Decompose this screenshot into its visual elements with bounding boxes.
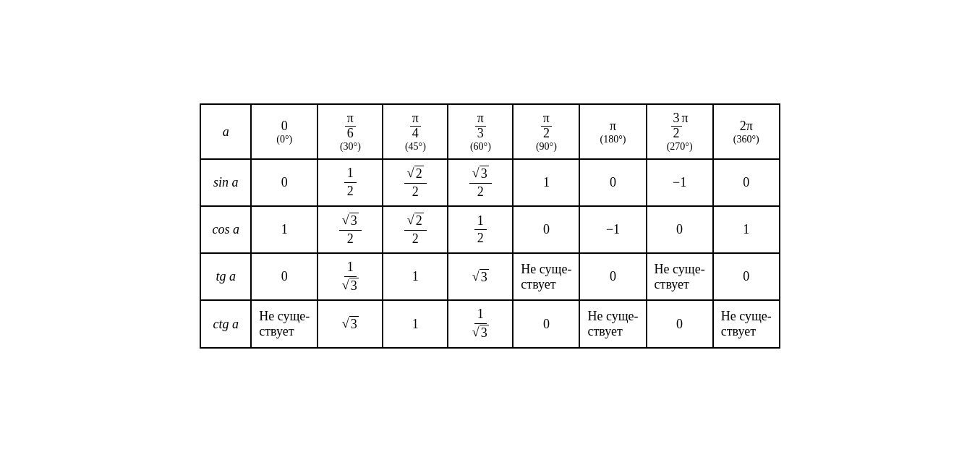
header-row: a 0 (0°) π 6 (30°) π 4 (45°)	[200, 104, 779, 159]
sin-360: 0	[713, 159, 780, 206]
sin-30: 1 2	[318, 159, 383, 206]
sin-45: 2 2	[383, 159, 448, 206]
tg-90: Не суще-ствует	[513, 253, 579, 300]
col7-header: 2π (360°)	[713, 104, 780, 159]
col6-header: 3 2 π (270°)	[647, 104, 713, 159]
tg-0: 0	[251, 253, 318, 300]
ctg-90: 0	[513, 300, 579, 347]
tg-30: 1 3	[318, 253, 383, 300]
tg-360: 0	[713, 253, 780, 300]
ctg-180: Не суще-ствует	[579, 300, 646, 347]
tg-60: 3	[448, 253, 513, 300]
sin-90: 1	[513, 159, 579, 206]
ctg-60: 1 3	[448, 300, 513, 347]
ctg-45: 1	[383, 300, 448, 347]
ctg-label: ctg a	[200, 300, 251, 347]
col3-header: π 3 (60°)	[448, 104, 513, 159]
sin-180: 0	[579, 159, 646, 206]
cos-90: 0	[513, 206, 579, 253]
col4-header: π 2 (90°)	[513, 104, 579, 159]
trig-table: a 0 (0°) π 6 (30°) π 4 (45°)	[200, 103, 780, 348]
ctg-0: Не суще-ствует	[251, 300, 318, 347]
tg-180: 0	[579, 253, 646, 300]
ctg-270: 0	[647, 300, 713, 347]
tg-45: 1	[383, 253, 448, 300]
ctg-30: 3	[318, 300, 383, 347]
sin-row: sin a 0 1 2 2 2	[200, 159, 779, 206]
cos-360: 1	[713, 206, 780, 253]
cos-0: 1	[251, 206, 318, 253]
sin-60: 3 2	[448, 159, 513, 206]
cos-row: cos a 1 3 2 2	[200, 206, 779, 253]
ctg-row: ctg a Не суще-ствует 3 1 1 3	[200, 300, 779, 347]
tg-label: tg a	[200, 253, 251, 300]
tg-row: tg a 0 1 3 1 3 Не суще-ству	[200, 253, 779, 300]
cos-45: 2 2	[383, 206, 448, 253]
alpha-header: a	[200, 104, 251, 159]
cos-60: 1 2	[448, 206, 513, 253]
cos-label: cos a	[200, 206, 251, 253]
col0-header: 0 (0°)	[251, 104, 318, 159]
cos-30: 3 2	[318, 206, 383, 253]
ctg-360: Не суще-ствует	[713, 300, 780, 347]
col5-header: π (180°)	[579, 104, 646, 159]
table-wrapper: a 0 (0°) π 6 (30°) π 4 (45°)	[185, 89, 794, 362]
tg-270: Не суще-ствует	[647, 253, 713, 300]
sin-270: −1	[647, 159, 713, 206]
cos-180: −1	[579, 206, 646, 253]
sin-0: 0	[251, 159, 318, 206]
col2-header: π 4 (45°)	[383, 104, 448, 159]
cos-270: 0	[647, 206, 713, 253]
sin-label: sin a	[200, 159, 251, 206]
col1-header: π 6 (30°)	[318, 104, 383, 159]
